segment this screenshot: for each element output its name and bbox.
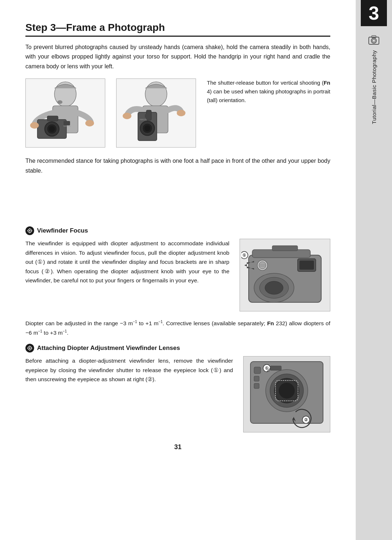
svg-point-18 [144,125,150,131]
svg-point-48 [29,347,30,349]
svg-text:②: ② [304,418,308,422]
svg-text:NIKON: NIKON [64,125,70,127]
svg-rect-33 [299,261,314,270]
camera-illustration-vertical: NIKON [116,78,196,148]
svg-point-57 [279,383,295,399]
viewfinder-icon [25,226,34,235]
svg-text:NIKON: NIKON [140,118,147,121]
viewfinder-heading-text: Viewfinder Focus [37,227,88,234]
svg-rect-59 [254,367,261,374]
attaching-body-text: Before attaching a diopter-adjustment vi… [25,356,233,384]
chapter-number: 3 [369,2,379,24]
camera-images-row: NIKON [25,78,330,148]
stance-paragraph: The recommended stance for taking photog… [25,156,330,176]
page-title: Step 3—Frame a Photograph [25,22,330,37]
svg-rect-31 [272,246,298,251]
page-number: 31 [25,443,330,451]
svg-rect-3 [47,116,58,121]
caption-text: The shutter-release button for vertical … [207,78,330,105]
svg-point-6 [49,126,55,132]
svg-point-10 [30,122,39,129]
eyepiece-illustration: ① ② [243,356,330,432]
svg-point-71 [372,39,375,42]
sidebar: 3 Tutorial—Basic Photography [356,0,392,540]
section-gap [25,183,330,226]
svg-point-46 [265,281,283,294]
svg-point-11 [85,120,94,126]
sidebar-text: Tutorial—Basic Photography [371,50,377,124]
viewfinder-body-text: The viewfinder is equipped with diopter … [25,239,229,285]
attaching-section: Before attaching a diopter-adjustment vi… [25,356,330,432]
intro-paragraph: To prevent blurred photographs caused by… [25,43,330,71]
svg-text:①: ① [242,253,246,257]
svg-point-22 [177,110,185,116]
chapter-number-box: 3 [361,0,387,26]
svg-point-21 [123,113,131,119]
svg-rect-61 [254,383,259,388]
attaching-heading: Attaching Diopter Adjustment Viewfinder … [25,344,330,352]
sidebar-camera-icon [367,33,380,47]
svg-rect-60 [254,376,259,381]
svg-text:①: ① [265,366,269,370]
attaching-heading-text: Attaching Diopter Adjustment Viewfinder … [37,344,180,352]
svg-rect-19 [145,114,150,118]
svg-point-70 [371,38,376,43]
svg-rect-64 [270,366,281,370]
viewfinder-section: The viewfinder is equipped with diopter … [25,239,330,311]
camera-illustration-horizontal: NIKON [25,78,105,148]
viewfinder-heading: Viewfinder Focus [25,226,330,235]
diopter-text: Diopter can be adjusted in the range −3 … [25,319,330,337]
attaching-icon [25,344,34,352]
svg-point-8 [57,100,62,104]
viewfinder-illustration: ① ② [240,239,330,311]
svg-point-24 [29,230,30,231]
